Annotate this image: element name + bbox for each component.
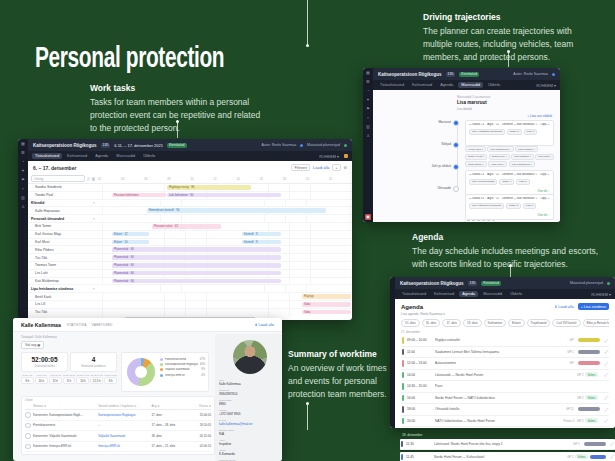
gantt-bar[interactable]: Kontroll · 8 xyxy=(242,232,281,237)
gantt-bar[interactable]: Vaba xyxy=(302,310,351,315)
passenger-chip[interactable]: Mihkel Kivist × xyxy=(465,154,487,160)
card-chip[interactable]: Lisa: 0 xyxy=(524,129,537,135)
agenda-row[interactable]: 09:00 – 10:00 Riigilipu vastuvõtt GP ⤢ xyxy=(401,335,609,347)
resource-name[interactable]: Lipu heiskamise sündmus xyxy=(28,287,98,291)
sidebar-alert-icon[interactable]: ▣ xyxy=(365,214,371,220)
expand-icon[interactable]: ⤢ xyxy=(605,395,608,400)
filter-chip[interactable]: 18. dets xyxy=(463,319,482,327)
col-header-name[interactable]: Nimetus ⇅ xyxy=(33,404,98,408)
gantt-bar[interactable]: Planeeritud · 60 xyxy=(112,279,281,284)
app-tab[interactable]: Töövahetused xyxy=(32,153,62,159)
gantt-bar[interactable]: Eskort · 10 xyxy=(112,240,149,245)
sidebar-icon[interactable]: ♙ xyxy=(20,204,26,210)
stepper-step[interactable]: Sõitjad xyxy=(373,142,451,146)
app-tab[interactable]: Kohtumised xyxy=(64,153,90,159)
resource-name[interactable]: Liis Lill xyxy=(28,302,102,306)
passenger-chip[interactable]: Karl Rautamees × xyxy=(487,146,513,152)
card-chip[interactable]: Tiim: Meeskonnatöö xyxy=(469,179,497,185)
add-event-button[interactable]: + Lisa sündmus xyxy=(578,303,609,310)
table-row[interactable]: Konverents: Väljasõit Saaremaale Väljasõ… xyxy=(25,431,211,442)
sidebar-icon[interactable]: ▥ xyxy=(20,195,26,201)
agenda-row[interactable]: 14:00 Lõunasöök — Nordic Hotel Forum GP … xyxy=(401,370,609,382)
resource-name[interactable]: Teodor Pool xyxy=(28,193,102,197)
passenger-chip[interactable]: Tõnis Tamm × xyxy=(465,161,487,167)
app-tab[interactable]: Marsruudid xyxy=(458,82,483,88)
gantt-bar[interactable]: Loži kohtumine · 60 xyxy=(167,193,281,198)
sidebar-icon[interactable]: ◔ xyxy=(20,159,26,165)
agenda-row[interactable]: 11:30 Lähetused: Nordic Hotel Forum ühe … xyxy=(400,439,615,451)
header-tab[interactable]: STATISTIKA xyxy=(67,323,87,327)
vehicle-card[interactable]: ⚏ Sõiduk 1 ▾Algus · 12Juhtimine — Mart M… xyxy=(465,120,554,146)
app-tab[interactable]: Üldinfo xyxy=(140,153,158,159)
resource-name[interactable]: Liis Luht xyxy=(28,271,102,275)
passenger-chip[interactable]: Karl Mets × xyxy=(535,154,554,160)
filter-chip[interactable]: Riho ja Renate külastus xyxy=(583,319,609,327)
app-tab[interactable]: Agenda xyxy=(437,82,456,88)
gear-icon[interactable]: ⚙ xyxy=(344,165,347,170)
row-event-link[interactable]: Väljasõit Saaremaale xyxy=(98,434,151,438)
sidebar-icon[interactable]: ＋ xyxy=(20,186,26,192)
expand-icon[interactable]: ⤢ xyxy=(611,454,614,459)
sidebar-icon[interactable]: ▦ xyxy=(20,141,26,147)
row-radio[interactable] xyxy=(25,444,33,450)
app-tab[interactable]: Töövahetused xyxy=(377,82,407,88)
card-chip[interactable]: Tiim: Põhivalve meeskond xyxy=(469,203,504,209)
expand-icon[interactable]: ⤢ xyxy=(605,407,608,412)
print-icon[interactable]: ⎙ xyxy=(87,177,90,181)
add-vehicle-link[interactable]: + Lisa uus sõiduk xyxy=(527,114,552,118)
sidebar-icon[interactable]: ☰ xyxy=(365,79,371,85)
passenger-chip[interactable]: Kadi Kuut × xyxy=(488,161,507,167)
filter-chip[interactable]: 16. dets xyxy=(422,319,441,327)
sidebar-icon[interactable]: ☰ xyxy=(20,150,26,156)
expand-icon[interactable]: ⤢ xyxy=(605,372,608,377)
filter-button[interactable]: Filtreeri xyxy=(291,164,310,171)
agenda-row[interactable]: 20:30 – 21:30 Vaba GP ⤢ xyxy=(401,427,609,428)
gantt-bar[interactable]: Persooni valve · 42 xyxy=(152,224,221,229)
resource-name[interactable]: Sandra Sündevits xyxy=(28,185,102,189)
gantt-bar[interactable]: Hommikune kontroll · 90 xyxy=(147,208,326,213)
agenda-row[interactable]: 12:00 – 13:00 Autasustamine GP ⤢ xyxy=(401,358,609,370)
sidebar-icon[interactable]: ⚑ xyxy=(365,106,371,112)
app-tab[interactable]: Töövahetused xyxy=(399,291,429,297)
resource-name[interactable]: Britt Tamm xyxy=(28,224,102,228)
sidebar-icon[interactable]: ✦ xyxy=(365,97,371,103)
row-radio[interactable] xyxy=(25,433,33,439)
sidebar-icon[interactable]: ▥ xyxy=(365,124,371,130)
gantt-bar[interactable]: Eskort · 12 xyxy=(112,232,149,237)
filter-chip[interactable]: 17. dets xyxy=(442,319,461,327)
gantt-bar[interactable]: Riigikogu istung · 86 xyxy=(167,185,251,190)
resource-name[interactable]: Bertil Kask xyxy=(28,295,102,299)
resource-name[interactable]: Toomas Toom xyxy=(28,263,102,267)
agenda-row[interactable]: 16:00 Nordic Hotel Forum — NATO küberkes… xyxy=(401,393,609,405)
passenger-chip[interactable]: Lars Larsson × xyxy=(511,154,534,160)
passenger-chip[interactable]: Johan Kiirik × xyxy=(489,154,510,160)
stepper-step[interactable]: Marsruut xyxy=(373,120,451,124)
resource-name[interactable]: Riho Põders xyxy=(28,248,102,252)
row-event-link[interactable]: Kaitseoperatsioon Riigikogus xyxy=(98,413,151,417)
card-chip[interactable]: Juhte: 8 xyxy=(506,203,521,209)
sidebar-icon[interactable]: ▦ xyxy=(365,70,371,76)
download-link[interactable]: ⬇ Laadi alla xyxy=(255,323,274,327)
add-stop-button[interactable]: Lisa uus peatus + xyxy=(465,220,495,222)
col-header-duration[interactable]: Kestus ⇅ xyxy=(187,404,211,408)
card-chip[interactable]: Tiim: Väljasõidu meeskond xyxy=(469,129,505,135)
table-row[interactable]: Konverents: Intervjuu ERR-ile Intervjuu … xyxy=(25,442,211,453)
app-tab[interactable]: Üldinfo xyxy=(485,82,503,88)
expand-icon[interactable]: ⤢ xyxy=(605,418,608,423)
resource-name[interactable]: Tiiu Tikk xyxy=(28,310,102,314)
gantt-bar[interactable]: Kontroll · 8 xyxy=(242,240,281,245)
agenda-row[interactable]: 14:30 – 15:00 Paus xyxy=(401,381,609,393)
gantt-bar[interactable]: Riigilipp xyxy=(302,294,351,299)
vehicle-card[interactable]: ⚏ Sõiduk 2 ▾Algus · 12Juhtimine — Mai Ma… xyxy=(465,170,554,196)
tabs-more-menu[interactable]: ROHKEM ▾ xyxy=(591,292,611,297)
tabs-more-menu[interactable]: ROHKEM ▾ xyxy=(319,154,339,159)
agenda-row[interactable]: 11:00 Saabumine Lennart Meri Tallinna le… xyxy=(401,347,609,359)
gantt-bar[interactable]: Planeeritud · 60 xyxy=(112,255,281,260)
col-header-time[interactable]: Aeg ⇅ xyxy=(151,404,187,408)
sidebar-icon[interactable]: ＋ xyxy=(365,115,371,121)
card-chip[interactable]: Juhte: 4 xyxy=(499,179,514,185)
row-radio[interactable] xyxy=(25,423,33,429)
passenger-chip[interactable]: Lars Larsson × xyxy=(515,146,538,152)
vehicle-card[interactable]: ⚏ Sõiduk 3 ▾Algus · 12Juhtimine — Mart M… xyxy=(465,194,554,220)
gantt-bar[interactable]: Planeeritud · 60 xyxy=(112,271,281,276)
